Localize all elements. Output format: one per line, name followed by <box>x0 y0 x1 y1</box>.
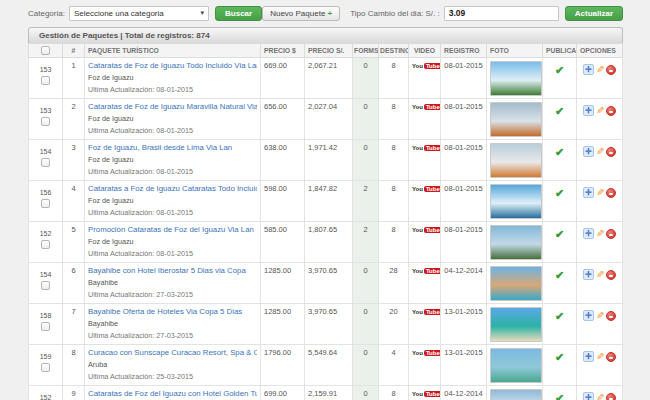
edit-pencil-icon[interactable]: ✎ <box>596 147 604 157</box>
price-usd: 1285.00 <box>264 307 291 316</box>
youtube-icon[interactable]: You Tube <box>412 186 441 192</box>
registro-date: 08-01-2015 <box>441 99 487 140</box>
package-title-link[interactable]: Cataratas de Foz del Iguazu con Hotel Go… <box>88 389 257 398</box>
edit-pencil-icon[interactable]: ✎ <box>596 106 604 116</box>
search-button[interactable]: Buscar <box>215 6 262 21</box>
category-select[interactable]: Seleccione una categoria ▾ <box>69 6 209 21</box>
delete-icon[interactable] <box>606 393 616 400</box>
exchange-rate-input[interactable] <box>444 6 559 21</box>
row-number: 2 <box>66 102 81 111</box>
update-button[interactable]: Actualizar <box>565 6 623 21</box>
edit-pencil-icon[interactable]: ✎ <box>596 229 604 239</box>
delete-icon[interactable] <box>606 106 616 116</box>
published-check-icon[interactable]: ✔ <box>555 188 564 199</box>
move-icon[interactable]: ✛ <box>583 187 594 198</box>
edit-pencil-icon[interactable]: ✎ <box>596 270 604 280</box>
package-title-link[interactable]: Promoción Cataratas de Foz del Iguazu Vi… <box>88 225 257 234</box>
edit-pencil-icon[interactable]: ✎ <box>596 188 604 198</box>
top-toolbar: Categoria: Seleccione una categoria ▾ Bu… <box>0 0 650 22</box>
move-icon[interactable]: ✛ <box>583 228 594 239</box>
package-last-update: Ultima Actualización: 27-03-2015 <box>88 331 257 340</box>
move-icon[interactable]: ✛ <box>583 269 594 280</box>
row-checkbox[interactable] <box>41 76 50 85</box>
package-title-link[interactable]: Foz de Iguazu, Brasil desde Lima Via Lan <box>88 143 257 152</box>
delete-icon[interactable] <box>606 147 616 157</box>
row-checkbox[interactable] <box>41 322 50 331</box>
published-check-icon[interactable]: ✔ <box>555 311 564 322</box>
youtube-icon[interactable]: You Tube <box>412 268 441 274</box>
move-icon[interactable]: ✛ <box>583 105 594 116</box>
row-checkbox[interactable] <box>41 117 50 126</box>
row-checkbox[interactable] <box>41 158 50 167</box>
delete-icon[interactable] <box>606 65 616 75</box>
package-title-link[interactable]: Bayahibe Oferta de Hoteles Via Copa 5 Di… <box>88 307 257 316</box>
new-package-button[interactable]: Nuevo Paquete + <box>262 6 340 21</box>
publicar-cell: ✔ <box>543 181 577 222</box>
delete-icon[interactable] <box>606 311 616 321</box>
row-checkbox[interactable] <box>41 363 50 372</box>
edit-pencil-icon[interactable]: ✎ <box>596 311 604 321</box>
package-title-link[interactable]: Cataratas de Foz de Iguazu Todo Incluido… <box>88 61 257 70</box>
row-checkbox[interactable] <box>41 199 50 208</box>
package-title-link[interactable]: Cataratas a Foz de Iguazu Cataratas Todo… <box>88 184 257 193</box>
move-icon[interactable]: ✛ <box>583 392 594 400</box>
row-checkbox[interactable] <box>41 240 50 249</box>
package-photo <box>490 307 542 342</box>
price-pen-cell: 2,159.91 <box>305 386 353 400</box>
youtube-icon[interactable]: You Tube <box>412 391 441 397</box>
youtube-icon[interactable]: You Tube <box>412 63 441 69</box>
delete-icon[interactable] <box>606 270 616 280</box>
row-select-cell: 159 <box>29 345 63 386</box>
video-cell: You Tube <box>409 345 441 386</box>
edit-pencil-icon[interactable]: ✎ <box>596 393 604 400</box>
destino-count: 8 <box>379 386 409 400</box>
youtube-icon[interactable]: You Tube <box>412 350 441 356</box>
published-check-icon[interactable]: ✔ <box>555 352 564 363</box>
published-check-icon[interactable]: ✔ <box>555 65 564 76</box>
row-checkbox[interactable] <box>41 281 50 290</box>
row-select-cell: 153 <box>29 99 63 140</box>
price-pen-cell: 2,027.04 <box>305 99 353 140</box>
published-check-icon[interactable]: ✔ <box>555 270 564 281</box>
destino-count: 8 <box>379 222 409 263</box>
registro-date: 13-01-2015 <box>441 304 487 345</box>
forms-count: 0 <box>353 386 379 400</box>
price-pen-cell: 1,807.65 <box>305 222 353 263</box>
destino-count: 4 <box>379 345 409 386</box>
published-check-icon[interactable]: ✔ <box>555 229 564 240</box>
package-photo <box>490 102 542 137</box>
photo-cell <box>487 386 543 400</box>
price-pen: 2,067.21 <box>308 61 337 70</box>
move-icon[interactable]: ✛ <box>583 146 594 157</box>
move-icon[interactable]: ✛ <box>583 310 594 321</box>
delete-icon[interactable] <box>606 188 616 198</box>
package-title-link[interactable]: Bayahibe con Hotel Iberostar 5 Dias via … <box>88 266 257 275</box>
delete-icon[interactable] <box>606 229 616 239</box>
package-title-link[interactable]: Cataratas de Foz de Iguazu Maravilla Nat… <box>88 102 257 111</box>
youtube-icon[interactable]: You Tube <box>412 145 441 151</box>
select-all-checkbox[interactable] <box>41 46 50 55</box>
move-icon[interactable]: ✛ <box>583 351 594 362</box>
youtube-icon[interactable]: You Tube <box>412 104 441 110</box>
registro-date: 08-01-2015 <box>441 222 487 263</box>
published-check-icon[interactable]: ✔ <box>555 106 564 117</box>
edit-pencil-icon[interactable]: ✎ <box>596 352 604 362</box>
price-usd: 656.00 <box>264 102 287 111</box>
publicar-cell: ✔ <box>543 58 577 99</box>
package-cell: Bayahibe Oferta de Hoteles Via Copa 5 Di… <box>85 304 261 345</box>
edit-pencil-icon[interactable]: ✎ <box>596 65 604 75</box>
package-location: Bayahibe <box>88 319 257 328</box>
move-icon[interactable]: ✛ <box>583 64 594 75</box>
video-cell: You Tube <box>409 222 441 263</box>
price-pen-cell: 5,549.64 <box>305 345 353 386</box>
published-check-icon[interactable]: ✔ <box>555 147 564 158</box>
delete-icon[interactable] <box>606 352 616 362</box>
package-photo <box>490 266 542 301</box>
package-title-link[interactable]: Curacao con Sunscape Curacao Resort, Spa… <box>88 348 257 357</box>
package-id: 153 <box>32 66 59 73</box>
options-group: ✛ ✎ <box>580 269 619 280</box>
package-photo <box>490 225 542 260</box>
published-check-icon[interactable]: ✔ <box>555 393 564 400</box>
youtube-icon[interactable]: You Tube <box>412 227 441 233</box>
youtube-icon[interactable]: You Tube <box>412 309 441 315</box>
